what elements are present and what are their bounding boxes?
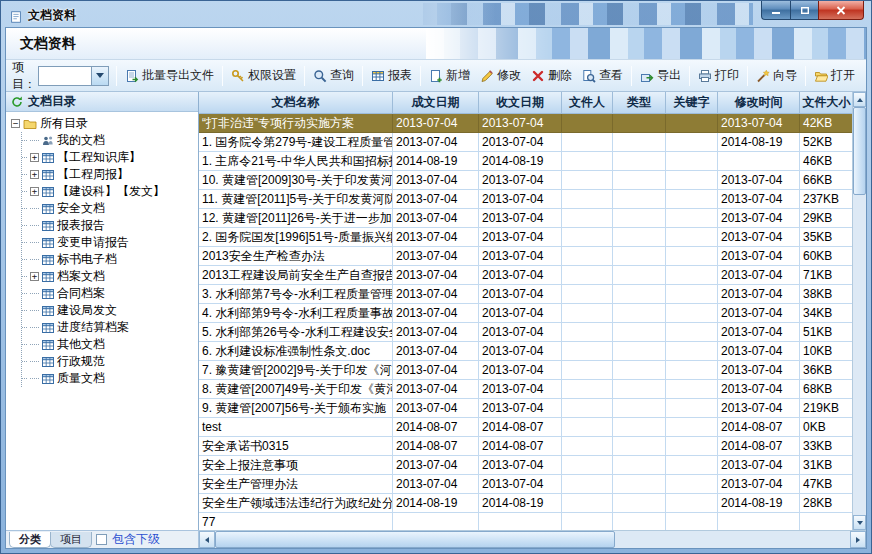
column-header[interactable]: 成文日期 — [393, 92, 479, 114]
table-row[interactable]: 6. 水利建设标准强制性条文.doc2013-07-042013-07-0420… — [199, 342, 852, 361]
tree-item[interactable]: 变更申请报告 — [22, 234, 198, 251]
column-header[interactable]: 关键字 — [666, 92, 718, 114]
tree-item[interactable]: +【工程周报】 — [22, 166, 198, 183]
permission-button[interactable]: 权限设置 — [226, 63, 301, 88]
tree-item[interactable]: 其他文档 — [22, 336, 198, 353]
table-row[interactable]: 2013工程建设局前安全生产自查报告2013-07-042013-07-0420… — [199, 266, 852, 285]
tab-project[interactable]: 项目 — [50, 532, 92, 548]
expand-icon[interactable]: + — [30, 187, 39, 196]
add-button[interactable]: 新增 — [424, 63, 475, 88]
column-header[interactable]: 修改时间 — [718, 92, 800, 114]
table-cell: 2014-08-07 — [718, 437, 800, 456]
tree-item[interactable]: 安全文档 — [22, 200, 198, 217]
tree-item-label: 我的文档 — [57, 132, 105, 149]
tree-item[interactable]: 合同档案 — [22, 285, 198, 302]
table-cell: 12. 黄建管[2011]26号-关于进一步加强 — [199, 209, 393, 228]
table-cell: 31KB — [800, 456, 852, 475]
tree-item[interactable]: 我的文档 — [22, 132, 198, 149]
include-sublevel-checkbox[interactable] — [96, 534, 107, 545]
tree-item[interactable]: 质量文档 — [22, 370, 198, 387]
refresh-icon[interactable] — [11, 96, 23, 108]
batch-export-button[interactable]: 批量导出文件 — [120, 63, 219, 88]
vertical-scrollbar[interactable] — [852, 92, 866, 530]
minimize-button[interactable] — [761, 1, 790, 20]
column-header[interactable]: 文档名称 — [199, 92, 393, 114]
titlebar[interactable]: 文档资料 — [1, 1, 871, 27]
table-cell — [613, 475, 666, 494]
tree-item-root[interactable]: −所有目录 — [11, 115, 198, 132]
table-row[interactable]: 1. 主席令21号-中华人民共和国招标投2014-08-192014-08-19… — [199, 152, 852, 171]
maximize-button[interactable] — [790, 1, 818, 20]
column-header[interactable]: 类型 — [613, 92, 666, 114]
toolbar-separator — [362, 66, 363, 86]
table-row[interactable]: 安全生产管理办法2013-07-042013-07-042013-07-0447… — [199, 475, 852, 494]
scroll-right-button[interactable] — [850, 531, 866, 548]
table-row[interactable]: 77 — [199, 513, 852, 530]
view-button[interactable]: 查看 — [577, 63, 628, 88]
horizontal-scroll-thumb[interactable] — [215, 531, 615, 548]
table-row[interactable]: 3. 水利部第7号令-水利工程质量管理规2013-07-042013-07-04… — [199, 285, 852, 304]
toolbar-separator — [116, 66, 117, 86]
tree-item[interactable]: 行政规范 — [22, 353, 198, 370]
report-button[interactable]: 报表 — [366, 63, 417, 88]
table-row[interactable]: 7. 豫黄建管[2002]9号-关于印发《河南2013-07-042013-07… — [199, 361, 852, 380]
chevron-down-icon[interactable] — [91, 67, 108, 85]
tree-item[interactable]: 标书电子档 — [22, 251, 198, 268]
table-cell — [613, 380, 666, 399]
table-row[interactable]: 安全承诺书03152014-08-072014-08-072014-08-073… — [199, 437, 852, 456]
table-cell: 2013-07-04 — [718, 190, 800, 209]
table-row[interactable]: 11. 黄建管[2011]5号-关于印发黄河防2013-07-042013-07… — [199, 190, 852, 209]
scroll-up-button[interactable] — [853, 92, 866, 107]
wizard-button[interactable]: 向导 — [751, 63, 802, 88]
table-row[interactable]: 2. 国务院国发[1996]51号-质量振兴纲2013-07-042013-07… — [199, 228, 852, 247]
table-row[interactable]: test2014-08-072014-08-072014-08-070KB — [199, 418, 852, 437]
print-button[interactable]: 打印 — [693, 63, 744, 88]
table-row[interactable]: 12. 黄建管[2011]26号-关于进一步加强2013-07-042013-0… — [199, 209, 852, 228]
table-row[interactable]: 9. 黄建管[2007]56号-关于颁布实施《2013-07-042013-07… — [199, 399, 852, 418]
tree-item[interactable]: 进度结算档案 — [22, 319, 198, 336]
table-row[interactable]: 4. 水利部第9号令-水利工程质量事故处2013-07-042013-07-04… — [199, 304, 852, 323]
arrow-up-icon — [857, 98, 863, 102]
expand-icon[interactable]: + — [30, 170, 39, 179]
delete-button[interactable]: 删除 — [526, 63, 577, 88]
tree-item[interactable]: 报表报告 — [22, 217, 198, 234]
table-cell: 4. 水利部第9号令-水利工程质量事故处 — [199, 304, 393, 323]
tree-connector — [30, 293, 39, 294]
column-header[interactable]: 文件人 — [562, 92, 613, 114]
project-select[interactable] — [38, 66, 109, 86]
query-button[interactable]: 查询 — [308, 63, 359, 88]
expand-icon[interactable]: + — [30, 153, 39, 162]
column-header[interactable]: 收文日期 — [479, 92, 562, 114]
close-button[interactable] — [818, 1, 864, 20]
app-icon — [9, 9, 23, 23]
table-row[interactable]: “打非治违”专项行动实施方案2013-07-042013-07-042013-0… — [199, 114, 852, 133]
page-header: 文档资料 — [6, 28, 866, 60]
table-cell: 2013-07-04 — [718, 456, 800, 475]
export-button[interactable]: 导出 — [635, 63, 686, 88]
toolbar-button-label: 报表 — [388, 67, 412, 84]
collapse-icon[interactable]: − — [11, 119, 20, 128]
tree-item[interactable]: 建设局发文 — [22, 302, 198, 319]
doc-export-icon — [125, 69, 139, 83]
tree-item[interactable]: +档案文档 — [22, 268, 198, 285]
table-row[interactable]: 安全生产领域违法违纪行为政纪处分暂2014-08-192014-08-19201… — [199, 494, 852, 513]
table-row[interactable]: 2013安全生产检查办法2013-07-042013-07-042013-07-… — [199, 247, 852, 266]
table-row[interactable]: 5. 水利部第26号令-水利工程建设安全2013-07-042013-07-04… — [199, 323, 852, 342]
table-cell: 2013-07-04 — [479, 114, 562, 133]
table-row[interactable]: 10. 黄建管[2009]30号-关于印发黄河下2013-07-042013-0… — [199, 171, 852, 190]
tree-item-label: 【工程周报】 — [57, 166, 129, 183]
tree-item[interactable]: +【工程知识库】 — [22, 149, 198, 166]
column-header[interactable]: 文件大小 — [800, 92, 852, 114]
horizontal-scrollbar[interactable] — [199, 530, 866, 548]
open-button[interactable]: 打开 — [809, 63, 860, 88]
table-row[interactable]: 8. 黄建管[2007]49号-关于印发《黄河2013-07-042013-07… — [199, 380, 852, 399]
table-row[interactable]: 安全上报注意事项2013-07-042013-07-042013-07-0431… — [199, 456, 852, 475]
vertical-scroll-thumb[interactable] — [853, 107, 866, 195]
tree-item[interactable]: +【建设科】【发文】 — [22, 183, 198, 200]
scroll-left-button[interactable] — [199, 531, 215, 548]
expand-icon[interactable]: + — [30, 272, 39, 281]
scroll-down-button[interactable] — [853, 515, 866, 530]
table-row[interactable]: 1. 国务院令第279号-建设工程质量管理2013-07-042013-07-0… — [199, 133, 852, 152]
tab-classification[interactable]: 分类 — [9, 532, 51, 548]
modify-button[interactable]: 修改 — [475, 63, 526, 88]
